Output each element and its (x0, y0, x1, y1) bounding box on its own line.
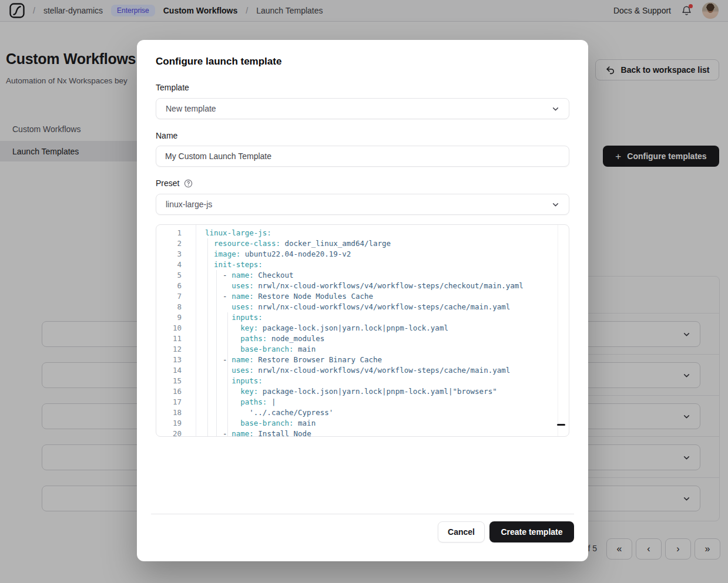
line-number: 1 (156, 228, 196, 238)
code-line: key: package-lock.json|yarn.lock|pnpm-lo… (205, 323, 569, 333)
chevron-down-icon (552, 201, 559, 208)
code-line: - name: Restore Node Modules Cache (205, 291, 569, 302)
line-number: 17 (156, 397, 196, 407)
help-circle-icon[interactable] (184, 179, 193, 188)
code-line: - name: Install Node (205, 429, 569, 437)
code-line: inputs: (205, 376, 569, 386)
preset-label-text: Preset (156, 178, 179, 188)
line-number: 20 (156, 429, 196, 437)
scrollbar-thumb[interactable] (557, 424, 565, 426)
line-number: 13 (156, 355, 196, 365)
code-line: paths: | (205, 397, 569, 407)
line-number: 9 (156, 312, 196, 323)
code-line: base-branch: main (205, 344, 569, 355)
code-line: '../.cache/Cypress' (205, 407, 569, 418)
code-line: key: package-lock.json|yarn.lock|pnpm-lo… (205, 386, 569, 397)
code-line: - name: Checkout (205, 270, 569, 281)
line-number: 7 (156, 291, 196, 302)
chevron-down-icon (552, 105, 559, 113)
code-line: uses: nrwl/nx-cloud-workflows/v4/workflo… (205, 302, 569, 312)
code-lines: linux-large-js: resource-class: docker_l… (197, 225, 569, 436)
code-line: uses: nrwl/nx-cloud-workflows/v4/workflo… (205, 281, 569, 291)
code-line: uses: nrwl/nx-cloud-workflows/v4/workflo… (205, 365, 569, 376)
footer-divider (151, 514, 574, 514)
yaml-code-editor[interactable]: 1234567891011121314151617181920 linux-la… (156, 224, 569, 437)
create-template-button[interactable]: Create template (489, 521, 574, 542)
code-line: base-branch: main (205, 418, 569, 429)
scrollbar-track (558, 225, 558, 436)
preset-select[interactable]: linux-large-js (156, 194, 569, 215)
line-number: 16 (156, 386, 196, 397)
template-label: Template (156, 83, 189, 92)
line-number: 2 (156, 238, 196, 249)
code-line: paths: node_modules (205, 333, 569, 344)
preset-label: Preset (156, 178, 193, 188)
preset-select-value: linux-large-js (166, 200, 212, 209)
code-line: linux-large-js: (205, 228, 569, 238)
code-line: image: ubuntu22.04-node20.19-v2 (205, 249, 569, 260)
line-number: 11 (156, 333, 196, 344)
line-number: 15 (156, 376, 196, 386)
cancel-button[interactable]: Cancel (438, 521, 485, 542)
line-number: 4 (156, 260, 196, 270)
code-line: resource-class: docker_linux_amd64/large (205, 238, 569, 249)
name-label: Name (156, 131, 177, 140)
template-select-value: New template (166, 104, 216, 113)
line-number: 14 (156, 365, 196, 376)
line-number: 6 (156, 281, 196, 291)
modal-title: Configure launch template (156, 56, 281, 68)
configure-launch-template-modal: Configure launch template Template New t… (137, 40, 588, 561)
line-number: 19 (156, 418, 196, 429)
template-select[interactable]: New template (156, 98, 569, 119)
code-line: - name: Restore Browser Binary Cache (205, 355, 569, 365)
line-number: 8 (156, 302, 196, 312)
line-number: 3 (156, 249, 196, 260)
code-line: inputs: (205, 312, 569, 323)
line-number: 18 (156, 407, 196, 418)
line-number-gutter: 1234567891011121314151617181920 (156, 225, 196, 436)
line-number: 12 (156, 344, 196, 355)
code-line: init-steps: (205, 260, 569, 270)
name-input[interactable] (156, 146, 569, 167)
line-number: 5 (156, 270, 196, 281)
line-number: 10 (156, 323, 196, 333)
